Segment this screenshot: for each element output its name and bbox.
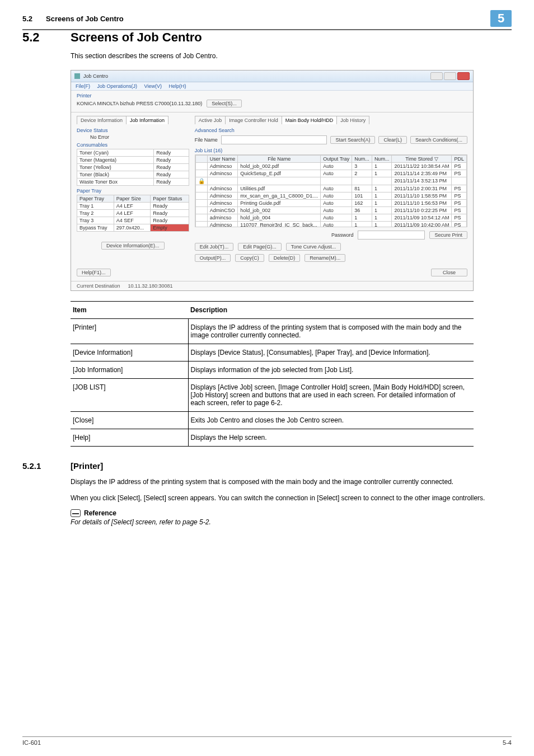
- job-pdl: PS: [452, 206, 467, 214]
- paper-tray-header-tray: Paper Tray: [77, 195, 114, 202]
- job-row[interactable]: AdmincsoPrinting Guide.pdfAuto16212011/1…: [195, 199, 466, 206]
- output-button[interactable]: Output(P)...: [195, 254, 231, 262]
- job-header-numc[interactable]: Num...: [352, 155, 372, 162]
- job-tray: Auto: [321, 221, 352, 227]
- tray-size: A4 SEF: [114, 217, 151, 224]
- lock-icon: [195, 199, 207, 206]
- job-numc: 36: [352, 206, 372, 214]
- consumables-table: Toner (Cyan)Ready Toner (Magenta)Ready T…: [77, 149, 189, 186]
- file-name-label: File Name: [195, 137, 218, 143]
- desc-item: [Device Information]: [71, 344, 188, 361]
- job-pdl: PS: [452, 192, 467, 199]
- consumable-name: Toner (Black): [77, 171, 154, 178]
- edit-page-button[interactable]: Edit Page(G)...: [238, 243, 282, 251]
- job-file: hold_job_004: [238, 214, 321, 221]
- job-time: 2011/11/22 10:38:54 AM: [392, 162, 452, 170]
- lock-icon: [195, 221, 207, 227]
- job-time: 2011/11/09 10:42:00 AM: [392, 221, 452, 227]
- menu-help[interactable]: Help(H): [168, 83, 186, 89]
- tab-job-history[interactable]: Job History: [337, 116, 369, 124]
- search-conditions-button[interactable]: Search Conditions(...: [410, 136, 467, 144]
- tab-job-information[interactable]: Job Information: [127, 116, 168, 124]
- desc-row: [Printer]Displays the IP address of the …: [71, 318, 474, 344]
- job-header-user[interactable]: User Name: [207, 155, 238, 162]
- chapter-number-badge: 5: [490, 10, 512, 27]
- tray-size: A4 LEF: [114, 209, 151, 217]
- header-section-number: 5.2: [22, 15, 32, 23]
- job-file: Printing Guide.pdf: [238, 199, 321, 206]
- menu-file[interactable]: File(F): [76, 83, 90, 89]
- job-file: mx_scan_en_ga_11_C8000_D1....: [238, 192, 321, 199]
- job-list-table[interactable]: User Name File Name Output Tray Num... N…: [195, 155, 467, 227]
- tone-curve-button[interactable]: Tone Curve Adjust...: [286, 243, 341, 251]
- tray-status: Ready: [151, 209, 189, 217]
- desc-item: [JOB LIST]: [71, 378, 188, 411]
- job-header-time[interactable]: Time Stored ▽: [392, 155, 452, 162]
- desc-text: Displays [Device Status], [Consumables],…: [188, 344, 474, 361]
- footer-right: 5-4: [503, 739, 512, 746]
- job-header-tray[interactable]: Output Tray: [321, 155, 352, 162]
- job-time: 2011/11/10 1:56:53 PM: [392, 199, 452, 206]
- job-tray: Auto: [321, 170, 352, 177]
- job-row[interactable]: AdmincsoQuickSetup_E.pdfAuto212011/11/14…: [195, 170, 466, 177]
- tab-active-job[interactable]: Active Job: [195, 116, 226, 124]
- subsection-heading: 5.2.1 [Printer]: [22, 461, 512, 471]
- desc-row: [Job Information]Displays information of…: [71, 361, 474, 378]
- job-tray: [321, 177, 352, 185]
- minimize-button[interactable]: [430, 72, 443, 80]
- job-pdl: PS: [452, 221, 467, 227]
- tray-name: Bypass Tray: [77, 224, 114, 231]
- job-row[interactable]: Admincsohold_job_002.pdfAuto312011/11/22…: [195, 162, 466, 170]
- job-tray: Auto: [321, 214, 352, 221]
- job-user: Admincso: [207, 192, 238, 199]
- clear-button[interactable]: Clear(L): [378, 136, 407, 144]
- tray-size: A4 LEF: [114, 202, 151, 209]
- job-pdl: [452, 177, 467, 185]
- job-row[interactable]: Admincso110707_Renoir3rd_IC_SC_back...Au…: [195, 221, 466, 227]
- copy-button[interactable]: Copy(C): [235, 254, 264, 262]
- close-button[interactable]: Close: [431, 269, 467, 276]
- job-centro-screenshot: Job Centro File(F) Job Operations(J) Vie…: [71, 70, 474, 291]
- job-row[interactable]: AdmincsoUtilities.pdfAuto8112011/11/10 2…: [195, 185, 466, 192]
- job-row[interactable]: admincsohold_job_004Auto112011/11/09 10:…: [195, 214, 466, 221]
- job-header-file[interactable]: File Name: [238, 155, 321, 162]
- job-header-nump[interactable]: Num...: [372, 155, 392, 162]
- tab-image-controller-hold[interactable]: Image Controller Hold: [226, 116, 282, 124]
- window-title: Job Centro: [83, 73, 108, 79]
- help-button[interactable]: Help(F1)...: [77, 269, 111, 276]
- desc-text: Displays the IP address of the printing …: [188, 318, 474, 344]
- start-search-button[interactable]: Start Search(A): [330, 136, 375, 144]
- consumable-status: Ready: [154, 171, 189, 178]
- file-name-input[interactable]: [221, 135, 327, 144]
- reference-text: For details of [Select] screen, refer to…: [71, 518, 512, 526]
- maximize-button[interactable]: [444, 72, 456, 80]
- job-tray: Auto: [321, 192, 352, 199]
- close-window-button[interactable]: [457, 72, 470, 80]
- job-row[interactable]: Admincsomx_scan_en_ga_11_C8000_D1....Aut…: [195, 192, 466, 199]
- edit-job-button[interactable]: Edit Job(T)...: [195, 243, 234, 251]
- job-numc: 2: [352, 170, 372, 177]
- tray-status: Ready: [151, 217, 189, 224]
- consumables-label: Consumables: [77, 142, 189, 148]
- select-button[interactable]: Select(S)...: [207, 100, 242, 107]
- password-input[interactable]: [358, 231, 425, 240]
- job-row[interactable]: AdminCSOhold_job_002Auto3612011/11/10 0:…: [195, 206, 466, 214]
- job-header-pdl[interactable]: PDL: [452, 155, 467, 162]
- delete-button[interactable]: Delete(D): [269, 254, 301, 262]
- secure-print-button[interactable]: Secure Print: [429, 231, 467, 239]
- consumable-name: Toner (Magenta): [77, 156, 154, 163]
- description-table: Item Description [Printer]Displays the I…: [71, 301, 474, 447]
- job-user: Admincso: [207, 170, 238, 177]
- device-information-button[interactable]: Device Information(E)...: [101, 242, 165, 250]
- tab-device-information[interactable]: Device Information: [77, 116, 127, 124]
- job-numc: 1: [352, 214, 372, 221]
- menu-view[interactable]: View(V): [144, 83, 162, 89]
- job-user: Admincso: [207, 185, 238, 192]
- job-header-lock[interactable]: [195, 155, 207, 162]
- job-row[interactable]: 🔒2011/11/14 3:52:13 PM: [195, 177, 466, 185]
- consumable-name: Toner (Yellow): [77, 163, 154, 171]
- job-nump: 1: [372, 170, 392, 177]
- tab-main-body-hold[interactable]: Main Body Hold/HDD: [282, 116, 338, 124]
- menu-job-operations[interactable]: Job Operations(J): [97, 83, 138, 89]
- rename-button[interactable]: Rename(M)...: [305, 254, 345, 262]
